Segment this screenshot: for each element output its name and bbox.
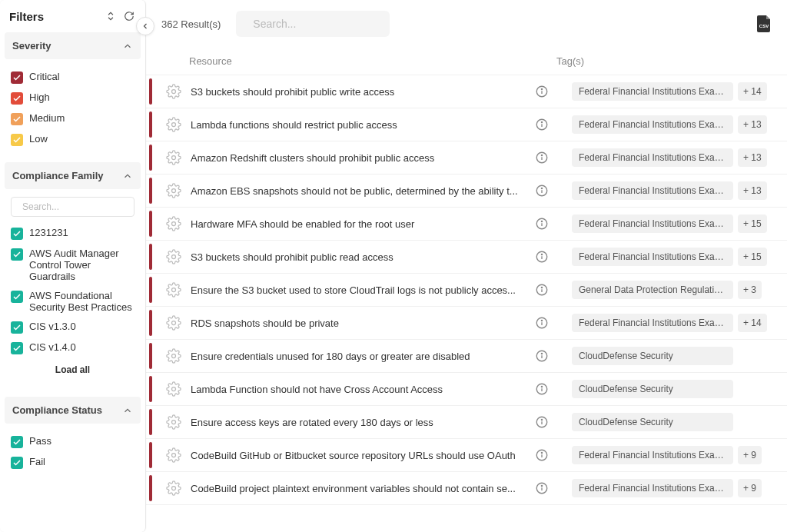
tag[interactable]: Federal Financial Institutions Examinati…: [572, 479, 733, 497]
tag[interactable]: Federal Financial Institutions Examinati…: [572, 181, 733, 200]
compliance-search-input[interactable]: [22, 201, 138, 212]
tag[interactable]: Federal Financial Institutions Examinati…: [572, 446, 733, 464]
checkbox[interactable]: [11, 291, 23, 303]
table-row[interactable]: Hardware MFA should be enabled for the r…: [146, 208, 787, 241]
tag[interactable]: General Data Protection Regulation (G...: [572, 281, 733, 299]
tag-more[interactable]: + 9: [738, 479, 762, 497]
compliance-family-item[interactable]: CIS v1.3.0: [11, 317, 134, 337]
tag[interactable]: Federal Financial Institutions Examinati…: [572, 314, 733, 332]
table-row[interactable]: CodeBuild project plaintext environment …: [146, 472, 787, 505]
info-icon[interactable]: [535, 118, 549, 131]
checkbox[interactable]: [11, 457, 23, 469]
resource-title: Amazon Redshift clusters should prohibit…: [191, 152, 535, 164]
svg-point-53: [172, 487, 176, 490]
severity-section-header[interactable]: Severity: [5, 32, 141, 59]
load-all-button[interactable]: Load all: [11, 358, 134, 384]
compliance-status-section-header[interactable]: Compliance Status: [5, 397, 141, 424]
tag[interactable]: Federal Financial Institutions Examinati…: [572, 248, 733, 266]
compliance-status-item[interactable]: Fail: [11, 452, 134, 473]
compliance-family-item[interactable]: CIS v1.4.0: [11, 337, 134, 358]
table-row[interactable]: RDS snapshots should be private Federal …: [146, 307, 787, 340]
resource-title: Ensure the S3 bucket used to store Cloud…: [191, 284, 535, 296]
tag-more[interactable]: + 13: [738, 181, 767, 200]
table-row[interactable]: S3 buckets should prohibit public write …: [146, 75, 787, 108]
tag[interactable]: Federal Financial Institutions Examinati…: [572, 115, 733, 134]
info-icon[interactable]: [535, 349, 549, 363]
table-row[interactable]: Lambda Function should not have Cross Ac…: [146, 373, 787, 406]
info-icon[interactable]: [535, 85, 549, 98]
tags-cell: Federal Financial Institutions Examinati…: [572, 446, 772, 464]
tag[interactable]: Federal Financial Institutions Examinati…: [572, 214, 733, 233]
table-row[interactable]: Ensure the S3 bucket used to store Cloud…: [146, 274, 787, 307]
checkbox[interactable]: [11, 134, 23, 146]
info-icon[interactable]: [535, 250, 549, 264]
tags-cell: Federal Financial Institutions Examinati…: [572, 248, 772, 266]
gear-icon: [166, 84, 181, 99]
info-icon[interactable]: [535, 448, 549, 462]
info-icon[interactable]: [535, 151, 549, 165]
checkbox[interactable]: [11, 342, 23, 354]
compliance-family-section-header[interactable]: Compliance Family: [5, 162, 141, 189]
severity-indicator: [149, 376, 152, 402]
tag-more[interactable]: + 15: [738, 214, 767, 233]
checkbox[interactable]: [11, 228, 23, 240]
tag[interactable]: CloudDefense Security: [572, 380, 733, 398]
tag-more[interactable]: + 14: [738, 314, 767, 332]
table-row[interactable]: Ensure credentials unused for 180 days o…: [146, 340, 787, 373]
info-icon[interactable]: [535, 481, 549, 495]
resource-title: S3 buckets should prohibit public read a…: [191, 251, 535, 263]
main-search-input[interactable]: [253, 18, 387, 30]
info-icon[interactable]: [535, 184, 549, 198]
collapse-vertical-icon[interactable]: [104, 9, 118, 23]
tag-more[interactable]: + 3: [738, 281, 762, 299]
export-csv-button[interactable]: CSV: [756, 15, 772, 32]
compliance-family-item[interactable]: 1231231: [11, 223, 134, 244]
svg-point-24: [541, 221, 542, 221]
tag-more[interactable]: + 13: [738, 115, 767, 134]
checkbox[interactable]: [11, 436, 23, 448]
severity-item[interactable]: Medium: [11, 108, 134, 129]
checkbox[interactable]: [11, 113, 23, 125]
table-row[interactable]: CodeBuild GitHub or Bitbucket source rep…: [146, 439, 787, 472]
severity-item[interactable]: Low: [11, 129, 134, 150]
severity-indicator: [149, 442, 152, 468]
resource-title: Ensure access keys are rotated every 180…: [191, 417, 535, 428]
info-icon[interactable]: [535, 382, 549, 396]
severity-item[interactable]: Critical: [11, 67, 134, 88]
info-icon[interactable]: [535, 217, 549, 231]
tag-more[interactable]: + 14: [738, 82, 767, 101]
svg-point-9: [172, 123, 176, 127]
tag[interactable]: Federal Financial Institutions Examinati…: [572, 148, 733, 167]
checkbox[interactable]: [11, 321, 23, 334]
tag-more[interactable]: + 15: [738, 248, 767, 266]
table-row[interactable]: Lambda functions should restrict public …: [146, 108, 787, 141]
info-icon[interactable]: [535, 283, 549, 297]
table-row[interactable]: Amazon Redshift clusters should prohibit…: [146, 141, 787, 175]
table-row[interactable]: S3 buckets should prohibit public read a…: [146, 241, 787, 274]
tag-more[interactable]: + 9: [738, 446, 762, 464]
gear-icon: [166, 150, 181, 165]
compliance-family-item[interactable]: AWS Foundational Security Best Practices: [11, 286, 134, 317]
info-icon[interactable]: [535, 316, 549, 330]
checkbox[interactable]: [11, 248, 23, 261]
severity-title: Severity: [12, 40, 51, 52]
svg-point-13: [172, 156, 176, 160]
main-search[interactable]: [236, 11, 390, 37]
tag[interactable]: Federal Financial Institutions Examinati…: [572, 82, 733, 101]
tag[interactable]: CloudDefense Security: [572, 413, 733, 431]
compliance-search[interactable]: [11, 197, 134, 217]
tag[interactable]: CloudDefense Security: [572, 347, 733, 365]
tag-more[interactable]: + 13: [738, 148, 767, 167]
compliance-status-item[interactable]: Pass: [11, 431, 134, 452]
refresh-icon[interactable]: [122, 9, 136, 23]
severity-item[interactable]: High: [11, 88, 134, 108]
column-resource: Resource: [189, 55, 556, 67]
checkbox[interactable]: [11, 71, 23, 84]
sidebar-collapse-button[interactable]: [136, 17, 154, 35]
info-icon[interactable]: [535, 415, 549, 429]
compliance-family-item[interactable]: AWS Audit Manager Control Tower Guardrai…: [11, 244, 134, 286]
tags-cell: Federal Financial Institutions Examinati…: [572, 214, 772, 233]
table-row[interactable]: Ensure access keys are rotated every 180…: [146, 406, 787, 439]
checkbox[interactable]: [11, 92, 23, 105]
table-row[interactable]: Amazon EBS snapshots should not be publi…: [146, 175, 787, 208]
